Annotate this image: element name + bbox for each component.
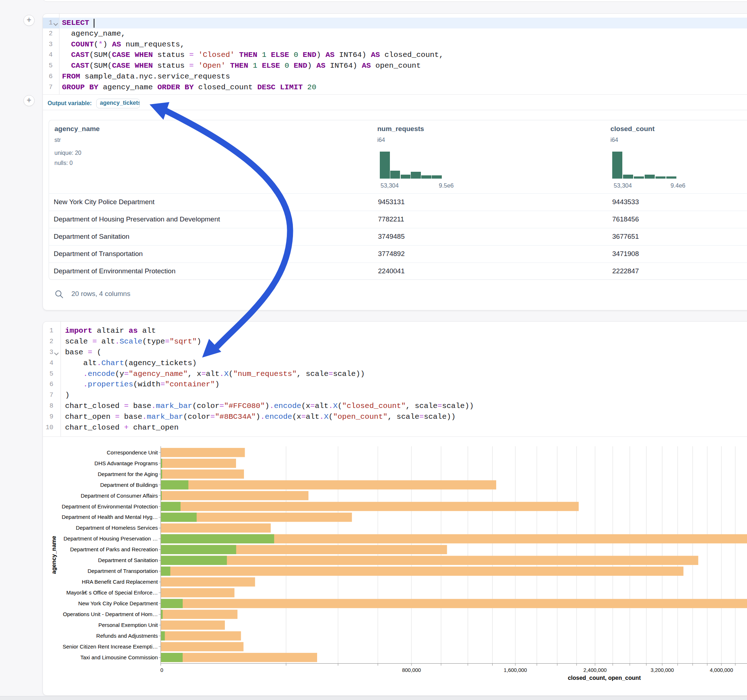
- svg-text:Department of Buildings: Department of Buildings: [100, 482, 158, 488]
- svg-text:Operations Unit - Department o: Operations Unit - Department of Hom…: [63, 611, 158, 617]
- svg-text:0: 0: [160, 667, 163, 673]
- svg-text:Department for the Aging: Department for the Aging: [98, 471, 158, 477]
- svg-text:Department of Sanitation: Department of Sanitation: [98, 557, 158, 563]
- svg-text:1,600,000: 1,600,000: [504, 667, 527, 673]
- svg-text:Department of Transportation: Department of Transportation: [88, 568, 158, 574]
- svg-text:Department of Health and Menta: Department of Health and Mental Hyg…: [62, 514, 158, 520]
- svg-text:Personal Exemption Unit: Personal Exemption Unit: [98, 622, 158, 628]
- svg-text:4,000,000: 4,000,000: [710, 667, 733, 673]
- svg-text:agency_name: agency_name: [51, 536, 57, 574]
- svg-text:Department of Consumer Affairs: Department of Consumer Affairs: [81, 493, 158, 499]
- svg-text:DHS Advantage Programs: DHS Advantage Programs: [94, 460, 158, 466]
- svg-text:Department of Environmental Pr: Department of Environmental Protection: [62, 503, 158, 510]
- svg-text:Taxi and Limousine Commission: Taxi and Limousine Commission: [80, 654, 158, 661]
- svg-text:New York City Police Departmen: New York City Police Department: [78, 600, 158, 606]
- svg-text:3,200,000: 3,200,000: [650, 667, 674, 673]
- svg-text:Refunds and Adjustments: Refunds and Adjustments: [96, 633, 158, 639]
- svg-text:800,000: 800,000: [402, 667, 421, 673]
- svg-text:Senior Citizen Rent Increase E: Senior Citizen Rent Increase Exempti…: [63, 643, 158, 650]
- svg-text:HRA Benefit Card Replacement: HRA Benefit Card Replacement: [82, 579, 158, 585]
- svg-text:Department of Parks and Recrea: Department of Parks and Recreation: [70, 546, 158, 552]
- svg-text:2,400,000: 2,400,000: [584, 667, 607, 673]
- svg-text:Department of Homeless Service: Department of Homeless Services: [76, 525, 158, 531]
- svg-text:Mayorâ€ s Office of Special En: Mayorâ€ s Office of Special Enforce…: [66, 590, 158, 596]
- svg-text:Correspondence Unit: Correspondence Unit: [107, 450, 158, 456]
- svg-text:Department of Housing Preserva: Department of Housing Preservation …: [64, 536, 158, 542]
- svg-text:closed_count, open_count: closed_count, open_count: [568, 675, 641, 681]
